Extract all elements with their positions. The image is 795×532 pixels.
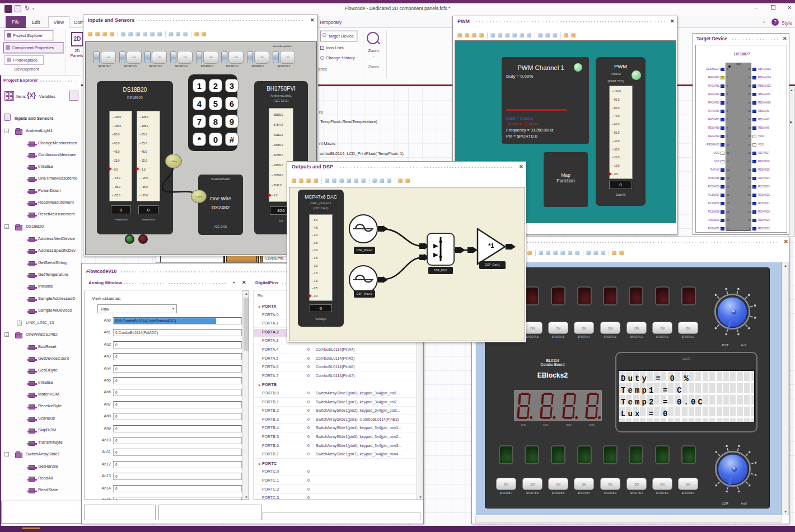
svg-text:*1: *1 xyxy=(488,242,494,249)
